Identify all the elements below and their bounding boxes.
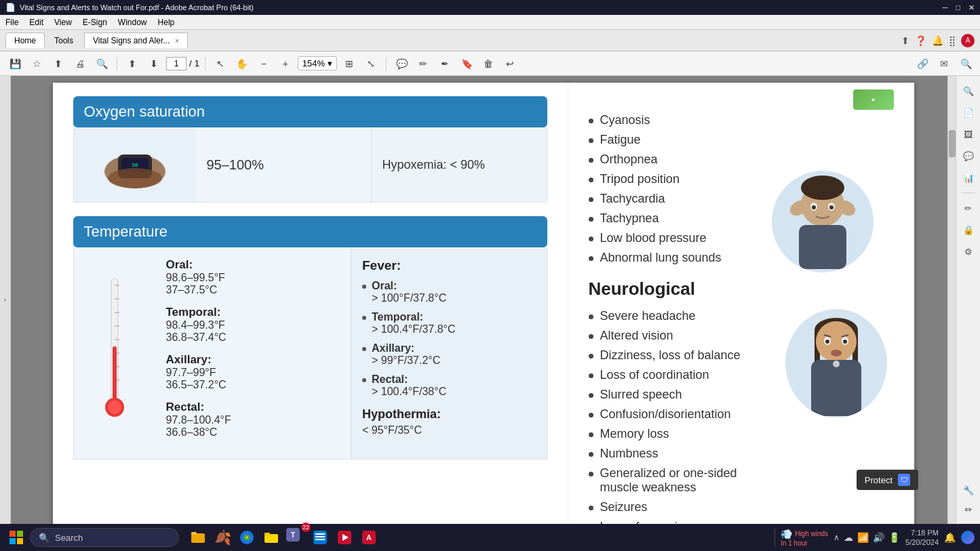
link-button[interactable]: 🔗 — [914, 55, 931, 73]
tab-document[interactable]: Vital Signs and Aler... × — [84, 33, 188, 48]
marquee-button[interactable]: ⤡ — [361, 54, 380, 73]
tray-battery-icon[interactable]: 🔋 — [888, 532, 900, 543]
sidebar-zoom-button[interactable]: 🔍 — [959, 81, 978, 100]
oral-label: Oral: — [166, 258, 340, 272]
taskbar: 🔍 Search 🍂 — [0, 524, 980, 551]
sidebar-data-button[interactable]: 📊 — [959, 168, 978, 187]
email-button[interactable]: ✉ — [935, 55, 953, 73]
sidebar-image-button[interactable]: 🖼 — [959, 125, 978, 144]
highlight-button[interactable]: ✏ — [414, 54, 433, 73]
fever-oral: Oral: > 100°F/37.8°C — [362, 280, 536, 304]
system-tray-icons: ∧ ☁ 📶 🔊 🔋 — [834, 532, 900, 543]
symptom-muscle-weakness: Generalized or one-sided muscle weakness — [589, 466, 772, 495]
user-avatar[interactable]: A — [961, 34, 975, 47]
taskbar-search-box[interactable]: 🔍 Search — [30, 528, 179, 547]
fit-page-button[interactable]: ⊞ — [340, 54, 359, 73]
oxygen-abnormal-value: Hypoxemia: < 90% — [371, 127, 547, 202]
tab-tools[interactable]: Tools — [46, 33, 81, 48]
find-button[interactable]: 🔍 — [957, 55, 975, 73]
hand-tool[interactable]: ✋ — [233, 54, 252, 73]
weather-widget[interactable]: 💨 High winds In 1 hour — [775, 529, 828, 547]
help-icon[interactable]: ❓ — [915, 35, 926, 46]
tab-close-button[interactable]: × — [175, 37, 179, 45]
comment-button[interactable]: 💬 — [392, 54, 411, 73]
minimize-button[interactable]: ─ — [943, 3, 948, 12]
zoom-selector[interactable]: 154% ▾ — [298, 56, 337, 70]
save-button[interactable]: 💾 — [5, 54, 24, 73]
vertical-scrollbar[interactable] — [947, 76, 956, 524]
zoom-in-button[interactable]: + — [276, 54, 295, 73]
bullet — [589, 158, 593, 163]
page-navigation: 1 / 1 — [166, 57, 199, 70]
scrollbar-thumb[interactable] — [949, 130, 956, 157]
pointer-tool[interactable]: ↖ — [211, 54, 230, 73]
symptom-memory-loss: Memory loss — [589, 427, 772, 441]
title-bar-controls[interactable]: ─ □ ✕ — [943, 3, 975, 12]
bullet — [589, 472, 593, 476]
tray-up-arrow[interactable]: ∧ — [834, 533, 840, 542]
sidebar-gear-button[interactable]: ⚙ — [959, 242, 978, 261]
sidebar-edit-button[interactable]: ✏ — [959, 199, 978, 218]
taskbar-app-files[interactable] — [187, 527, 209, 548]
upload-button[interactable]: ⬆ — [49, 54, 68, 73]
notification-center-icon[interactable]: 🔔 — [944, 532, 956, 543]
sidebar-page-button[interactable]: 📄 — [959, 103, 978, 122]
maximize-button[interactable]: □ — [956, 3, 960, 12]
pdf-viewing-area[interactable]: Oxygen saturation 98 — [11, 76, 956, 524]
menu-esign[interactable]: E-Sign — [83, 18, 107, 27]
tray-speaker-icon[interactable]: 🔊 — [873, 532, 884, 543]
taskbar-app-store[interactable] — [309, 527, 331, 548]
menu-view[interactable]: View — [54, 18, 72, 27]
search-button[interactable]: 🔍 — [92, 54, 111, 73]
sidebar-lock-button[interactable]: 🔒 — [959, 220, 978, 239]
axillary-value: 97.7–99°F36.5–37.2°C — [166, 367, 340, 391]
menu-file[interactable]: File — [5, 18, 18, 27]
taskbar-color-widget[interactable] — [961, 531, 975, 544]
toolbar-right: 🔗 ✉ 🔍 — [914, 55, 975, 73]
taskbar-app-folder[interactable] — [260, 527, 282, 548]
symptom-numbness: Numbness — [589, 447, 772, 461]
taskbar-app-acrobat[interactable]: A — [358, 527, 380, 548]
strikethrough-button[interactable]: ✒ — [435, 54, 454, 73]
left-panel-toggle[interactable]: › — [0, 76, 11, 524]
tray-cloud-icon[interactable]: ☁ — [844, 532, 853, 543]
sidebar-expand-button[interactable]: ⇔ — [959, 499, 978, 518]
teams-icon: T — [285, 527, 301, 543]
svg-rect-42 — [17, 538, 23, 544]
apps-grid-icon[interactable]: ⣿ — [949, 35, 956, 46]
prev-page-button[interactable]: ⬆ — [123, 54, 142, 73]
svg-text:98: 98 — [132, 162, 138, 168]
temporal-label: Temporal: — [166, 306, 340, 319]
taskbar-app-video[interactable] — [334, 527, 355, 548]
notification-icon[interactable]: 🔔 — [932, 35, 943, 46]
svg-rect-54 — [315, 539, 325, 540]
oral-temp: Oral: 98.6–99.5°F37–37.5°C — [166, 258, 340, 296]
print-button[interactable]: 🖨 — [71, 54, 90, 73]
taskbar-app-leaf[interactable]: 🍂 — [212, 527, 233, 548]
menu-window[interactable]: Window — [118, 18, 147, 27]
bookmark-button[interactable]: ☆ — [27, 54, 46, 73]
menu-edit[interactable]: Edit — [29, 18, 43, 27]
next-page-button[interactable]: ⬇ — [144, 54, 163, 73]
zoom-out-button[interactable]: − — [254, 54, 273, 73]
svg-rect-14 — [113, 346, 117, 402]
taskbar-app-browser[interactable] — [236, 527, 258, 548]
delete-button[interactable]: 🗑 — [479, 54, 498, 73]
sidebar-wrench-button[interactable]: 🔧 — [959, 481, 978, 499]
sidebar-separator — [962, 192, 975, 193]
svg-point-4 — [108, 168, 162, 188]
menu-help[interactable]: Help — [158, 18, 175, 27]
start-button[interactable] — [5, 528, 27, 547]
sidebar-comment-button[interactable]: 💬 — [959, 146, 978, 165]
symptom-orthopnea: Orthopnea — [589, 152, 894, 167]
tray-wifi-icon[interactable]: 📶 — [857, 532, 869, 543]
close-button[interactable]: ✕ — [968, 3, 975, 12]
stamp-button[interactable]: 🔖 — [457, 54, 476, 73]
tab-bar-right: ⬆ ❓ 🔔 ⣿ A — [901, 34, 975, 47]
taskbar-app-teams[interactable]: T 22 — [285, 527, 307, 548]
page-number-input[interactable]: 1 — [166, 57, 187, 70]
undo-button[interactable]: ↩ — [501, 54, 520, 73]
clock-display[interactable]: 7:18 PM 5/20/2024 — [905, 528, 939, 548]
tab-home[interactable]: Home — [5, 33, 45, 48]
share-icon[interactable]: ⬆ — [901, 35, 909, 46]
